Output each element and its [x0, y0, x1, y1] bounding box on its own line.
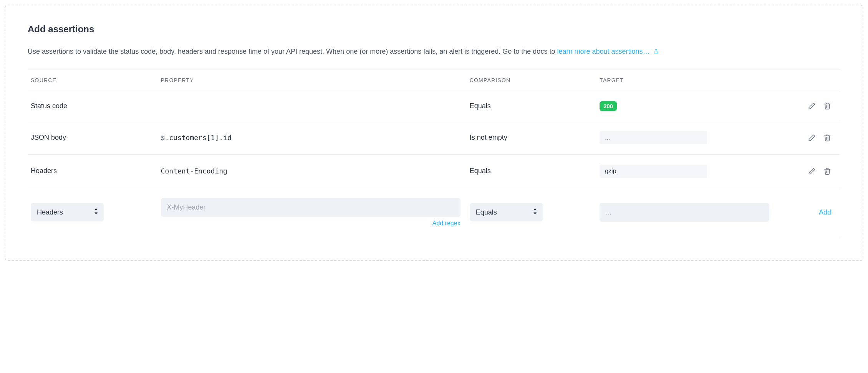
- cell-comparison-input: Equals: [467, 188, 597, 237]
- learn-more-link[interactable]: learn more about assertions…: [557, 48, 658, 55]
- learn-more-text: learn more about assertions…: [557, 48, 649, 55]
- external-link-icon: [653, 46, 659, 58]
- cell-source-input: Headers: [28, 188, 158, 237]
- cell-target: gzip: [596, 154, 775, 188]
- cell-source: Status code: [28, 91, 158, 121]
- trash-icon[interactable]: [823, 167, 831, 175]
- source-select[interactable]: Headers: [31, 203, 104, 221]
- cell-comparison: Is not empty: [467, 121, 597, 154]
- cell-source: Headers: [28, 154, 158, 188]
- cell-add: Add: [775, 188, 840, 237]
- panel-title: Add assertions: [28, 24, 840, 35]
- edit-icon[interactable]: [808, 134, 816, 142]
- add-button[interactable]: Add: [779, 208, 834, 216]
- status-badge: 200: [600, 101, 617, 111]
- trash-icon[interactable]: [823, 102, 831, 110]
- cell-source: JSON body: [28, 121, 158, 154]
- trash-icon[interactable]: [823, 134, 831, 142]
- comparison-select[interactable]: Equals: [470, 203, 543, 221]
- panel-description: Use assertions to validate the status co…: [28, 46, 840, 58]
- cell-comparison: Equals: [467, 154, 597, 188]
- assertions-panel: Add assertions Use assertions to validat…: [5, 5, 863, 261]
- table-row: JSON body $.customers[1].id Is not empty…: [28, 121, 840, 154]
- target-value: ...: [600, 131, 707, 144]
- cell-target-input: [596, 188, 775, 237]
- cell-actions: [775, 91, 840, 121]
- cell-property-input: Add regex: [158, 188, 467, 237]
- panel-description-text: Use assertions to validate the status co…: [28, 48, 557, 55]
- col-header-target: TARGET: [596, 69, 775, 91]
- table-row: Status code Equals 200: [28, 91, 840, 121]
- col-header-comparison: COMPARISON: [467, 69, 597, 91]
- col-header-source: SOURCE: [28, 69, 158, 91]
- add-regex-link[interactable]: Add regex: [432, 220, 461, 227]
- cell-property: [158, 91, 467, 121]
- col-header-property: PROPERTY: [158, 69, 467, 91]
- cell-target: ...: [596, 121, 775, 154]
- col-header-actions: [775, 69, 840, 91]
- cell-property: Content-Encoding: [158, 154, 467, 188]
- cell-comparison: Equals: [467, 91, 597, 121]
- table-row: Headers Content-Encoding Equals gzip: [28, 154, 840, 188]
- target-value: gzip: [600, 165, 707, 178]
- new-assertion-row: Headers Add regex: [28, 188, 840, 237]
- edit-icon[interactable]: [808, 167, 816, 175]
- target-input[interactable]: [600, 203, 769, 222]
- cell-actions: [775, 121, 840, 154]
- assertions-table: SOURCE PROPERTY COMPARISON TARGET Status…: [28, 69, 840, 237]
- cell-actions: [775, 154, 840, 188]
- property-input[interactable]: [161, 198, 461, 217]
- cell-property: $.customers[1].id: [158, 121, 467, 154]
- edit-icon[interactable]: [808, 102, 816, 110]
- cell-target: 200: [596, 91, 775, 121]
